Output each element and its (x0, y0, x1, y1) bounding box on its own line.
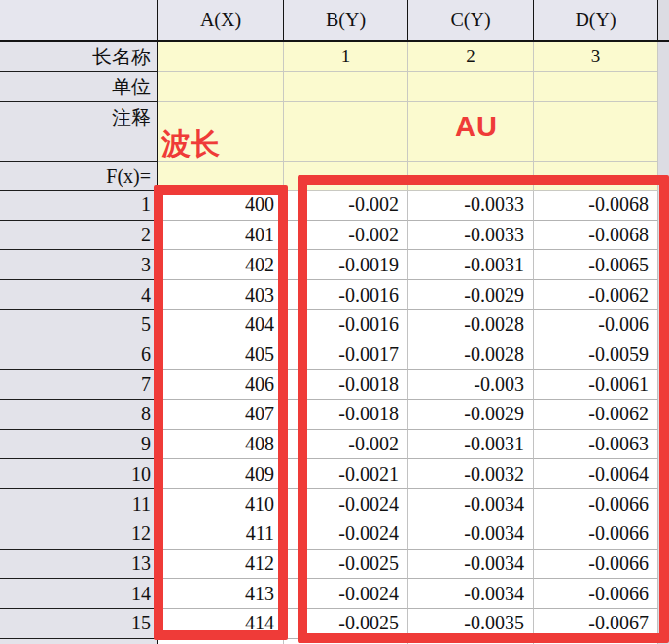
row-number-cell[interactable]: 5 (0, 310, 158, 340)
units-cell-b[interactable] (284, 72, 408, 102)
row-number-cell[interactable]: 9 (0, 430, 158, 460)
cell-c[interactable]: -0.0033 (408, 221, 534, 251)
partial-row (0, 639, 669, 644)
cell-a[interactable]: 403 (158, 280, 284, 310)
comments-cell-d[interactable] (534, 102, 658, 162)
cell-c[interactable]: -0.0034 (408, 519, 534, 550)
cell-c[interactable]: -0.0033 (408, 191, 534, 221)
row-number-cell[interactable]: 15 (0, 609, 158, 639)
cell-d[interactable]: -0.0066 (534, 489, 658, 519)
row-number-cell[interactable]: 11 (0, 489, 158, 519)
cell-d[interactable]: -0.006 (534, 310, 658, 340)
row-label-units[interactable]: 单位 (0, 72, 158, 102)
row-label-comments[interactable]: 注释 (0, 102, 158, 162)
comments-cell-b[interactable] (284, 102, 408, 162)
cell-b[interactable]: -0.0025 (284, 550, 408, 580)
row-number-cell[interactable]: 3 (0, 250, 158, 280)
cell-c[interactable]: -0.0032 (408, 459, 534, 489)
cell-a[interactable]: 409 (158, 459, 284, 489)
long-name-cell-b[interactable]: 1 (284, 42, 408, 72)
units-cell-d[interactable] (534, 72, 658, 102)
cell-d[interactable]: -0.0064 (534, 459, 658, 489)
column-header-d[interactable]: D(Y) (534, 0, 658, 42)
fx-cell-c[interactable] (408, 162, 534, 191)
cell-d[interactable]: -0.0068 (534, 221, 658, 251)
cell-b[interactable]: -0.0016 (284, 310, 408, 340)
cell-b[interactable]: -0.0018 (284, 370, 408, 400)
cell-d[interactable]: -0.0062 (534, 400, 658, 430)
cell-c[interactable]: -0.0034 (408, 579, 534, 609)
cell-c[interactable]: -0.0034 (408, 550, 534, 580)
cell-c[interactable]: -0.0035 (408, 609, 534, 639)
row-number-cell[interactable]: 14 (0, 579, 158, 609)
cell-d[interactable]: -0.0068 (534, 191, 658, 221)
cell-d[interactable]: -0.0062 (534, 280, 658, 310)
column-header-c[interactable]: C(Y) (408, 0, 534, 42)
cell-b[interactable]: -0.0016 (284, 280, 408, 310)
cell-d[interactable]: -0.0067 (534, 609, 658, 639)
cell-b[interactable]: -0.0018 (284, 400, 408, 430)
fx-cell-d[interactable] (534, 162, 658, 191)
cell-b[interactable]: -0.002 (284, 191, 408, 221)
cell-a[interactable]: 401 (158, 221, 284, 251)
long-name-cell-c[interactable]: 2 (408, 42, 534, 72)
row-number-cell[interactable]: 10 (0, 459, 158, 489)
cell-c[interactable]: -0.0031 (408, 250, 534, 280)
cell-c[interactable]: -0.0028 (408, 310, 534, 340)
fx-cell-b[interactable] (284, 162, 408, 191)
cell-d[interactable]: -0.0066 (534, 519, 658, 550)
cell-d[interactable]: -0.0065 (534, 250, 658, 280)
cell-a[interactable]: 412 (158, 550, 284, 580)
long-name-cell-a[interactable] (158, 42, 284, 72)
row-number-cell[interactable]: 6 (0, 340, 158, 371)
cell-b[interactable]: -0.0024 (284, 489, 408, 519)
row-number-cell[interactable]: 13 (0, 550, 158, 580)
cell-b[interactable]: -0.002 (284, 221, 408, 251)
cell-c[interactable]: -0.0029 (408, 400, 534, 430)
cell-a[interactable]: 414 (158, 609, 284, 639)
units-cell-c[interactable] (408, 72, 534, 102)
cell-b[interactable]: -0.0025 (284, 609, 408, 639)
fx-cell-a[interactable] (158, 162, 284, 191)
units-cell-a[interactable] (158, 72, 284, 102)
cell-a[interactable]: 413 (158, 579, 284, 609)
cell-a[interactable]: 410 (158, 489, 284, 519)
cell-c[interactable]: -0.0034 (408, 489, 534, 519)
cell-a[interactable]: 405 (158, 340, 284, 371)
select-all-corner[interactable] (0, 0, 158, 42)
row-label-long-name[interactable]: 长名称 (0, 42, 158, 72)
row-number-cell[interactable]: 1 (0, 191, 158, 221)
cell-a[interactable]: 407 (158, 400, 284, 430)
cell-b[interactable]: -0.002 (284, 430, 408, 460)
cell-b[interactable]: -0.0024 (284, 579, 408, 609)
cell-c[interactable]: -0.0028 (408, 340, 534, 371)
cell-c[interactable]: -0.003 (408, 370, 534, 400)
row-number-cell[interactable]: 4 (0, 280, 158, 310)
cell-a[interactable]: 404 (158, 310, 284, 340)
cell-b[interactable]: -0.0024 (284, 519, 408, 550)
column-header-a[interactable]: A(X) (158, 0, 284, 42)
column-header-b[interactable]: B(Y) (284, 0, 408, 42)
cell-d[interactable]: -0.0059 (534, 340, 658, 371)
cell-c[interactable]: -0.0029 (408, 280, 534, 310)
table-row: 6405-0.0017-0.0028-0.0059 (0, 340, 669, 371)
cell-b[interactable]: -0.0019 (284, 250, 408, 280)
cell-d[interactable]: -0.0061 (534, 370, 658, 400)
cell-a[interactable]: 400 (158, 191, 284, 221)
long-name-cell-d[interactable]: 3 (534, 42, 658, 72)
cell-a[interactable]: 402 (158, 250, 284, 280)
row-number-cell[interactable]: 8 (0, 400, 158, 430)
cell-b[interactable]: -0.0021 (284, 459, 408, 489)
row-number-cell[interactable]: 2 (0, 221, 158, 251)
row-label-fx[interactable]: F(x)= (0, 162, 158, 191)
cell-a[interactable]: 406 (158, 370, 284, 400)
cell-d[interactable]: -0.0063 (534, 430, 658, 460)
cell-d[interactable]: -0.0066 (534, 550, 658, 580)
cell-a[interactable]: 408 (158, 430, 284, 460)
row-number-cell[interactable]: 12 (0, 519, 158, 550)
cell-b[interactable]: -0.0017 (284, 340, 408, 371)
cell-d[interactable]: -0.0066 (534, 579, 658, 609)
cell-a[interactable]: 411 (158, 519, 284, 550)
row-number-cell[interactable]: 7 (0, 370, 158, 400)
cell-c[interactable]: -0.0031 (408, 430, 534, 460)
